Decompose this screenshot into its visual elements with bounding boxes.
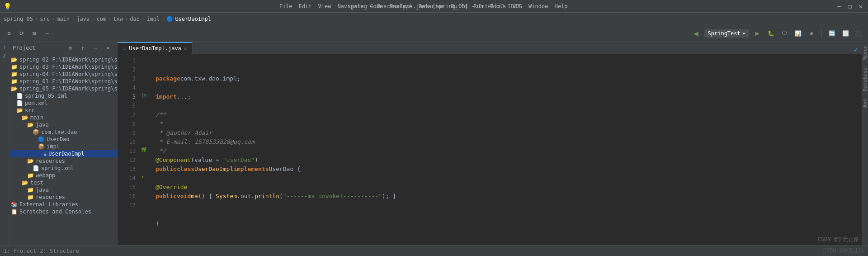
code-line[interactable] [152,101,862,110]
debug-button[interactable]: 🐛 [765,28,776,39]
project-sort-icon[interactable]: ↕ [77,43,88,53]
tree-item[interactable]: 🔵UserDao [9,136,117,143]
gutter-cell: ↑ [141,172,152,181]
tree-item[interactable]: 📦com.txw.dao [9,128,117,136]
code-line[interactable] [152,210,862,219]
code-line[interactable]: @Component(value = "userDao") [152,156,862,165]
database-panel-label[interactable]: Database [861,64,868,95]
profile-button[interactable]: 📊 [793,28,803,39]
project-collapse-icon[interactable]: — [90,43,101,53]
settings-button[interactable]: ⊟ [29,28,40,39]
tree-item[interactable]: 📦impl [9,143,117,150]
tree-item[interactable]: 📄spring_05.iml [9,92,117,100]
tree-item[interactable]: 📁spring-03 F:\IDEAWork\spring\spring-... [9,63,117,71]
status-project-label[interactable]: 1: Project [4,248,36,254]
tree-item[interactable]: 📁spring_01 F:\IDEAWork\spring\spring_... [9,78,117,85]
tree-item[interactable]: 📂resources [9,157,117,165]
menu-file[interactable]: File [277,2,295,10]
breadcrumb-impl[interactable]: impl [146,16,160,22]
code-line[interactable]: * E-mail: 1578533828@qq.com [152,137,862,147]
minimize-button[interactable]: − [835,3,843,10]
maximize-editor-button[interactable]: ⬛ [854,28,864,39]
file-tab-userdaoimpl[interactable]: ☕ UserDaoImpl.java ✕ [118,42,193,54]
tree-icon: 📚 [11,201,18,208]
code-line[interactable]: public void ma() { System.out.println("-… [152,192,862,201]
tree-item[interactable]: 📄pom.xml [9,100,117,107]
code-line[interactable] [152,174,862,183]
project-settings-button[interactable]: ⚙ [4,28,14,39]
tree-item[interactable]: 📂test [9,179,117,186]
code-line[interactable]: import ...; [152,92,862,101]
ant-panel-label[interactable]: Ant [861,95,868,111]
coverage-button[interactable]: 🛡 [779,28,790,39]
tree-item[interactable]: 📁resources [9,194,117,201]
code-line[interactable]: /** [152,110,862,119]
breadcrumb-java[interactable]: java [76,16,90,22]
tree-item[interactable]: 📚External Libraries [9,201,117,208]
sync-button[interactable]: ⟳ [16,28,27,39]
line-number: 10 [119,137,137,147]
file-tab-close[interactable]: ✕ [184,46,187,52]
tree-label: spring_05 F:\IDEAWork\spring\spring_... [19,85,117,92]
tree-icon: 📂 [22,180,28,186]
gutter-cell [141,81,152,90]
code-line[interactable]: * @author Adair [152,128,862,137]
tree-item[interactable]: 📂spring_05 F:\IDEAWork\spring\spring_... [9,85,117,92]
code-line[interactable]: package com.txw.dao.impl; [152,74,862,83]
tree-item[interactable]: 📁java [9,186,117,194]
breadcrumb-dao[interactable]: dao [130,16,140,22]
update-button[interactable]: 🔄 [826,28,837,39]
tree-item[interactable]: 📂spring-02 F:\IDEAWork\spring\spring-... [9,56,117,63]
gutter-cell [141,127,152,136]
tree-item[interactable]: 📄spring.xml [9,165,117,172]
code-content[interactable]: 1234567891011121314151617 |≡🌿↑ package c… [118,54,862,245]
status-right: CSDN @学无止路 [823,247,864,255]
separator [821,29,822,38]
breadcrumb-src[interactable]: src [40,16,50,22]
tree-item[interactable]: 📋Scratches and Consoles [9,208,117,215]
project-close-icon[interactable]: ✕ [103,43,113,53]
tree-item[interactable]: 📂java [9,121,117,128]
code-line[interactable]: * [152,119,862,128]
gutter-cell: 🌿 [141,145,152,154]
menu-window[interactable]: Window [526,2,551,10]
line-number: 7 [119,110,137,119]
run-button[interactable]: ▶ [752,28,763,39]
watermark-text: CSDN @学无止路 [823,247,864,255]
code-line[interactable]: } [152,219,862,228]
menu-view[interactable]: View [315,2,334,10]
more-run-button[interactable]: ⊕ [806,28,817,39]
breadcrumb-com[interactable]: com [96,16,106,22]
tree-icon: 📦 [38,143,45,150]
breadcrumb-txw[interactable]: txw [113,16,123,22]
code-line[interactable]: public class UserDaoImpl implements User… [152,165,862,174]
code-line[interactable] [152,83,862,92]
menu-edit[interactable]: Edit [296,2,315,10]
tree-item[interactable]: 📂main [9,114,117,121]
main-layout: 1 2 Project ⚙ ↕ — ✕ 📂spring-02 F:\IDEAWo… [0,42,868,245]
tree-item[interactable]: 📁webapp [9,172,117,179]
status-structure-label[interactable]: 2: Structure [40,248,79,254]
breadcrumb-spring05[interactable]: spring_05 [4,16,33,22]
tree-item[interactable]: 📁spring-04 F:\IDEAWork\spring\spring-... [9,71,117,78]
tree-item[interactable]: ☕UserDaoImpl [9,150,117,157]
project-gear-icon[interactable]: ⚙ [65,43,75,53]
maven-panel-label[interactable]: Maven [861,42,868,64]
project-panel-icon[interactable]: 1 [0,43,9,52]
menu-help[interactable]: Help [552,2,570,10]
tree-item[interactable]: 📂src [9,107,117,114]
run-arrow-button[interactable]: ◀ [691,28,702,39]
project-panel: Project ⚙ ↕ — ✕ 📂spring-02 F:\IDEAWork\s… [9,42,118,245]
code-line[interactable]: @Override [152,183,862,192]
structure-panel-icon[interactable]: 2 [0,52,9,60]
code-line[interactable]: */ [152,147,862,156]
more-button[interactable]: ⋯ [42,28,52,39]
code-line[interactable] [152,201,862,210]
close-button[interactable]: ✕ [857,3,864,10]
tree-label: spring.xml [41,165,74,171]
code-lines[interactable]: package com.txw.dao.impl;import ...;/** … [152,54,862,245]
restore-button[interactable]: ❐ [846,3,854,10]
frame-button[interactable]: ⬜ [840,28,851,39]
run-configuration[interactable]: SpringTest ▾ [704,29,749,38]
breadcrumb-main[interactable]: main [57,16,70,22]
